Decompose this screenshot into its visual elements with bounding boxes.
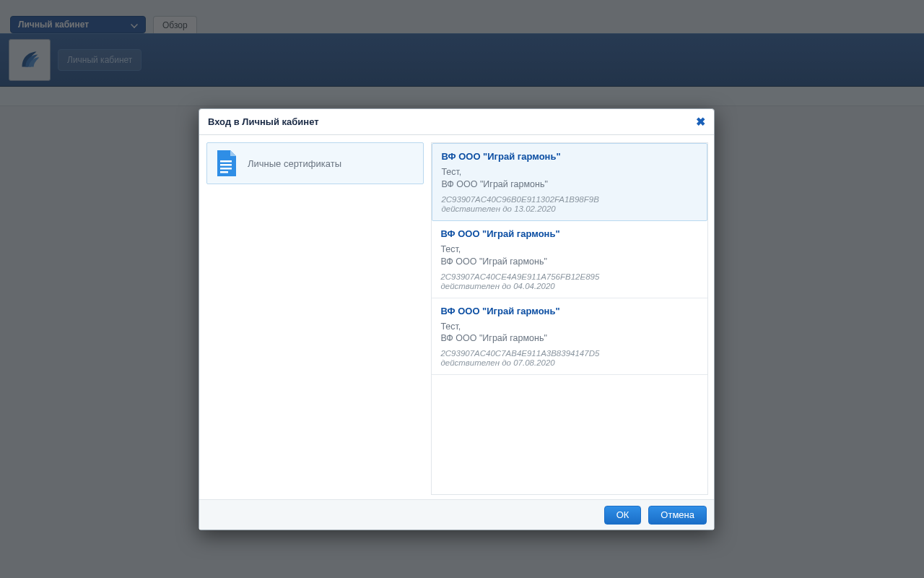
certificate-owner: Тест, [441, 166, 698, 178]
cancel-button[interactable]: Отмена [648, 506, 707, 525]
certificate-item[interactable]: ВФ ООО "Играй гармонь"Тест,ВФ ООО "Играй… [432, 221, 707, 298]
svg-rect-0 [220, 160, 232, 163]
dialog-header: Вход в Личный кабинет ✖ [199, 109, 714, 135]
svg-rect-3 [220, 171, 228, 173]
certificate-hash: 2C93907AC40CE4A9E911A756FB12E895 [440, 272, 699, 281]
certificate-valid-until: действителен до 13.02.2020 [441, 204, 698, 213]
certificate-valid-until: действителен до 07.08.2020 [440, 358, 699, 367]
certificate-hash: 2C93907AC40C96B0E911302FA1B98F9B [441, 195, 698, 204]
certificate-valid-until: действителен до 04.04.2020 [440, 282, 699, 290]
login-dialog: Вход в Личный кабинет ✖ Личные сертифика… [199, 108, 715, 530]
certificate-list[interactable]: ВФ ООО "Играй гармонь"Тест,ВФ ООО "Играй… [431, 142, 708, 495]
document-icon [214, 149, 239, 178]
certificate-title: ВФ ООО "Играй гармонь" [441, 151, 698, 162]
close-icon[interactable]: ✖ [696, 115, 705, 129]
category-personal-certs[interactable]: Личные сертификаты [206, 142, 424, 184]
dialog-title: Вход в Личный кабинет [208, 116, 319, 127]
category-pane: Личные сертификаты [206, 142, 424, 495]
svg-rect-2 [220, 168, 232, 170]
certificate-title: ВФ ООО "Играй гармонь" [440, 306, 699, 316]
ok-button[interactable]: ОК [604, 506, 642, 525]
certificate-title: ВФ ООО "Играй гармонь" [440, 228, 699, 239]
category-label: Личные сертификаты [248, 158, 341, 169]
ok-label: ОК [616, 509, 629, 520]
certificate-owner: Тест, [440, 321, 699, 333]
cancel-label: Отмена [661, 509, 694, 520]
certificate-owner: Тест, [440, 243, 699, 256]
certificate-org: ВФ ООО "Играй гармонь" [440, 256, 699, 268]
dialog-footer: ОК Отмена [199, 499, 714, 530]
dialog-body: Личные сертификаты ВФ ООО "Играй гармонь… [199, 135, 714, 499]
certificate-hash: 2C93907AC40C7AB4E911A3B8394147D5 [440, 349, 699, 358]
certificate-item[interactable]: ВФ ООО "Играй гармонь"Тест,ВФ ООО "Играй… [432, 298, 707, 376]
certificate-org: ВФ ООО "Играй гармонь" [441, 178, 698, 191]
certificate-item[interactable]: ВФ ООО "Играй гармонь"Тест,ВФ ООО "Играй… [432, 143, 707, 221]
certificate-org: ВФ ООО "Играй гармонь" [440, 332, 699, 345]
svg-rect-1 [220, 164, 232, 166]
